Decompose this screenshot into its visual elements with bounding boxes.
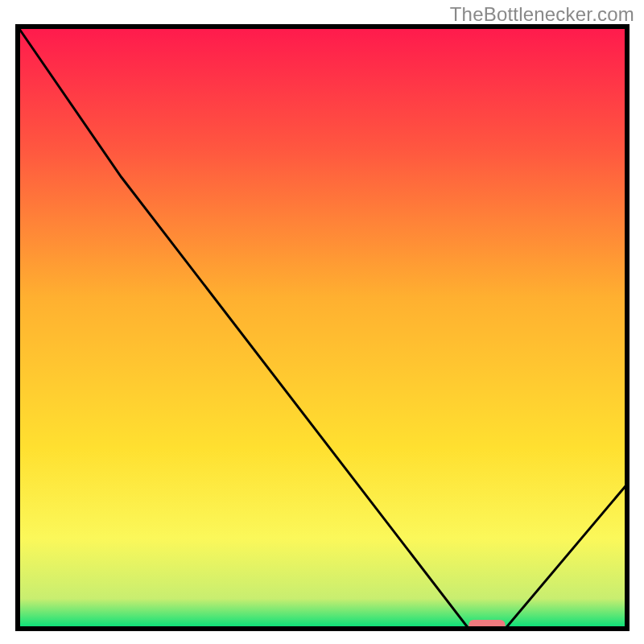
bottleneck-chart (0, 0, 644, 644)
plot-background (18, 27, 627, 629)
chart-container: TheBottlenecker.com (0, 0, 644, 644)
